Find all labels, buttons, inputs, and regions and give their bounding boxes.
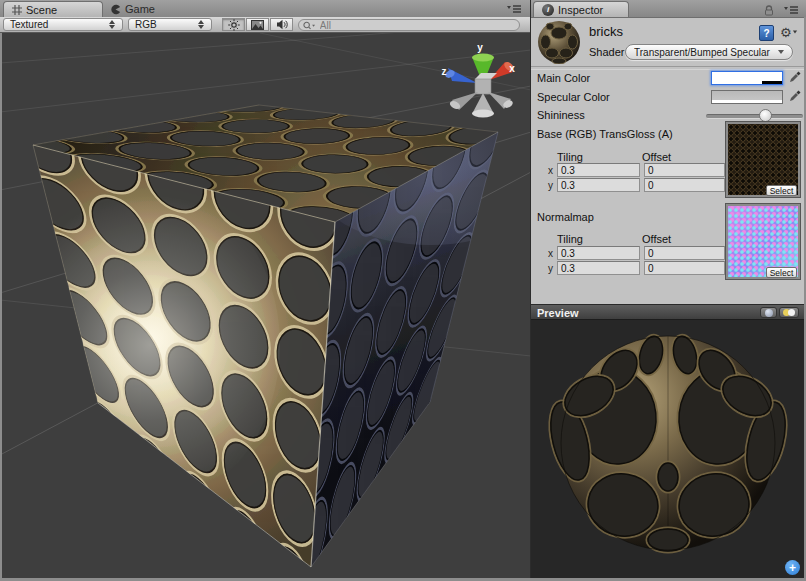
search-icon[interactable] — [303, 21, 316, 30]
scene-viewport[interactable]: yxz — [0, 33, 530, 581]
specular-color-label: Specular Color — [537, 91, 610, 103]
color-mode-value: RGB — [135, 19, 198, 30]
preview-header: Preview — [531, 304, 806, 319]
info-icon: i — [542, 4, 554, 16]
normal-tiling-y-input[interactable] — [557, 261, 640, 275]
base-y-label: y — [548, 180, 553, 191]
game-icon — [110, 4, 121, 15]
base-tiling-header: Tiling — [557, 151, 583, 163]
lock-icon[interactable] — [763, 5, 775, 16]
scene-search — [298, 19, 520, 31]
normal-offset-x-input[interactable] — [644, 246, 725, 260]
base-select-button[interactable]: Select — [766, 185, 797, 196]
image-icon — [251, 20, 264, 30]
shader-value: Transparent/Bumped Specular — [634, 47, 778, 58]
speaker-icon — [276, 19, 288, 30]
alpha-bar — [712, 100, 782, 103]
normal-offset-header: Offset — [642, 233, 671, 245]
normal-y-label: y — [548, 263, 553, 274]
draw-mode-value: Textured — [10, 19, 109, 30]
eyedropper-icon[interactable] — [788, 89, 802, 103]
specular-color-swatch[interactable] — [711, 90, 783, 104]
preview-area[interactable]: + — [531, 319, 806, 581]
normal-tiling-x-input[interactable] — [557, 246, 640, 260]
scene-3d-canvas[interactable]: yxz — [0, 33, 530, 581]
sphere-icon — [765, 309, 773, 317]
alpha-bar — [712, 81, 782, 84]
preview-add-button[interactable]: + — [785, 560, 800, 575]
grid-icon — [12, 5, 22, 15]
preview-sphere-button[interactable] — [760, 307, 777, 318]
white-light-icon — [788, 309, 795, 316]
base-offset-header: Offset — [642, 151, 671, 163]
sun-icon — [228, 19, 240, 31]
updown-arrows-icon — [198, 20, 205, 29]
color-mode-dropdown[interactable]: RGB — [128, 18, 212, 31]
svg-text:x: x — [509, 63, 515, 74]
chevron-down-icon — [778, 50, 784, 54]
svg-text:y: y — [477, 42, 483, 53]
scene-tabbar: Scene Game — [0, 0, 530, 18]
normal-tiling-header: Tiling — [557, 233, 583, 245]
base-map-label: Base (RGB) TransGloss (A) — [537, 128, 673, 140]
material-name: bricks — [589, 24, 623, 39]
main-color-label: Main Color — [537, 72, 590, 84]
inspector-pane: i Inspector bricks Shader Transp — [531, 0, 806, 581]
material-preview-canvas — [531, 320, 806, 581]
updown-arrows-icon — [109, 20, 116, 29]
normalmap-label: Normalmap — [537, 211, 594, 223]
divider — [531, 66, 806, 70]
eyedropper-icon[interactable] — [788, 70, 802, 84]
scene-toolbar: Textured RGB — [0, 17, 530, 33]
scene-lighting-toggle[interactable] — [222, 18, 245, 31]
base-tiling-x-input[interactable] — [557, 163, 640, 177]
scene-pane: Scene Game Textured RGB — [0, 0, 530, 581]
shininess-slider-track[interactable] — [706, 114, 803, 119]
tab-inspector-label: Inspector — [558, 4, 603, 16]
tab-scene-label: Scene — [26, 4, 57, 16]
normal-offset-y-input[interactable] — [644, 261, 725, 275]
svg-text:z: z — [442, 66, 447, 77]
search-input[interactable] — [318, 19, 515, 32]
tab-game-label: Game — [125, 3, 155, 15]
scene-pane-menu-icon[interactable] — [506, 4, 522, 14]
scene-audio-toggle[interactable] — [270, 18, 293, 31]
main-color-swatch[interactable] — [711, 71, 783, 85]
inspector-tabbar: i Inspector — [531, 0, 806, 18]
base-tiling-y-input[interactable] — [557, 178, 640, 192]
base-x-label: x — [548, 165, 553, 176]
normal-x-label: x — [548, 248, 553, 259]
shininess-label: Shininess — [537, 109, 585, 121]
base-offset-y-input[interactable] — [644, 178, 725, 192]
scene-overlay-toggle[interactable] — [246, 18, 269, 31]
help-icon[interactable]: ? — [759, 25, 774, 41]
shader-dropdown[interactable]: Transparent/Bumped Specular — [625, 44, 793, 60]
shininess-slider-thumb[interactable] — [759, 109, 772, 122]
tab-game[interactable]: Game — [110, 1, 155, 17]
draw-mode-dropdown[interactable]: Textured — [3, 18, 123, 31]
material-ball-icon — [537, 20, 581, 64]
shader-label: Shader — [589, 46, 624, 58]
normalmap-select-button[interactable]: Select — [766, 267, 797, 278]
base-offset-x-input[interactable] — [644, 163, 725, 177]
inspector-pane-menu-icon[interactable] — [783, 5, 799, 15]
gear-icon[interactable]: ⚙ — [780, 25, 800, 41]
preview-title: Preview — [537, 307, 579, 319]
tab-inspector[interactable]: i Inspector — [533, 1, 629, 17]
window-edge-left — [0, 33, 2, 581]
tab-scene[interactable]: Scene — [3, 1, 103, 17]
preview-lighting-button[interactable] — [779, 307, 799, 318]
